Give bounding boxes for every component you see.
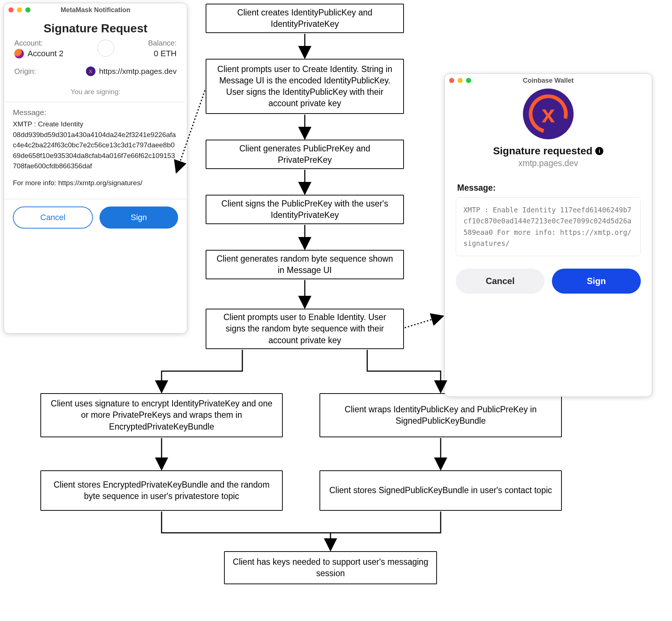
cancel-button[interactable]: Cancel (456, 269, 545, 294)
flow-step-8b: Client stores SignedPublicKeyBundle in u… (319, 470, 562, 511)
flow-step-7a: Client uses signature to encrypt Identit… (40, 393, 283, 437)
balance-label: Balance: (148, 39, 177, 47)
close-icon[interactable] (8, 7, 14, 12)
message-line1: XMTP : Create Identity (13, 119, 178, 130)
metamask-popup: MetaMask Notification Signature Request … (4, 3, 187, 334)
minimize-icon[interactable] (458, 78, 463, 83)
info-icon[interactable]: i (595, 147, 603, 155)
message-label: Message: (4, 102, 187, 119)
flow-step-5: Client generates random byte sequence sh… (206, 250, 404, 279)
coinbase-message-label: Message: (445, 168, 652, 197)
message-hex: 08dd939bd59d301a430a4104da24e2f3241e9226… (13, 130, 178, 172)
account-label: Account: (14, 39, 64, 47)
coinbase-popup: Coinbase Wallet x Signature requested i … (444, 73, 652, 397)
site-indicator-circle (97, 40, 114, 57)
metamask-titlebar: MetaMask Notification (4, 3, 187, 17)
close-icon[interactable] (449, 78, 454, 83)
flow-step-9: Client has keys needed to support user's… (224, 551, 437, 584)
coinbase-heading: Signature requested (493, 145, 593, 157)
metamask-window-title: MetaMask Notification (4, 6, 187, 14)
cancel-button[interactable]: Cancel (13, 207, 93, 229)
svg-line-8 (405, 316, 443, 328)
maximize-icon[interactable] (466, 78, 471, 83)
window-controls[interactable] (8, 7, 30, 12)
sign-button[interactable]: Sign (100, 207, 178, 229)
origin-label: Origin: (14, 67, 36, 76)
message-footer: For more info: https://xmtp.org/signatur… (4, 178, 187, 188)
message-body: XMTP : Create Identity 08dd939bd59d301a4… (4, 119, 187, 172)
account-value: Account 2 (28, 49, 64, 58)
window-controls[interactable] (449, 78, 471, 83)
signature-request-title: Signature Request (4, 22, 187, 35)
sign-button[interactable]: Sign (552, 269, 641, 294)
metamask-heading: Signature Request (4, 17, 187, 39)
flow-step-7b: Client wraps IdentityPublicKey and Publi… (319, 393, 562, 437)
flow-step-8a: Client stores EncryptedPrivateKeyBundle … (40, 470, 283, 511)
signing-label: You are signing: (6, 84, 185, 102)
flow-step-1: Client creates IdentityPublicKey and Ide… (206, 4, 404, 33)
account-avatar-icon (14, 49, 24, 58)
maximize-icon[interactable] (25, 7, 30, 12)
flow-step-3: Client generates PublicPreKey and Privat… (206, 140, 404, 169)
coinbase-titlebar: Coinbase Wallet (445, 74, 652, 87)
coinbase-subheading: xmtp.pages.dev (445, 158, 652, 168)
xmtp-logo-icon: x (523, 89, 574, 139)
coinbase-message-body: XMTP : Enable Identity 117eefd61406249b7… (456, 197, 641, 256)
flow-step-6: Client prompts user to Enable Identity. … (206, 309, 404, 349)
flow-step-4: Client signs the PublicPreKey with the u… (206, 195, 404, 224)
minimize-icon[interactable] (17, 7, 22, 12)
coinbase-window-title: Coinbase Wallet (445, 77, 652, 85)
origin-value: https://xmtp.pages.dev (99, 67, 177, 76)
xmtp-favicon-icon: x (86, 67, 95, 76)
flow-step-2: Client prompts user to Create Identity. … (206, 59, 404, 114)
balance-value: 0 ETH (148, 49, 177, 58)
